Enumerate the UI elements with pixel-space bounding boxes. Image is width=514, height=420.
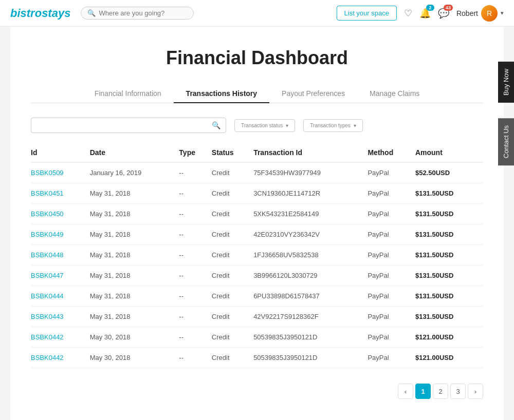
pagination-page-1[interactable]: 1 (415, 384, 431, 399)
row-type: -- (179, 224, 211, 245)
row-date: May 30, 2018 (90, 327, 179, 348)
row-method: PayPal (368, 265, 415, 286)
types-filter-dropdown[interactable]: Transaction types ▾ (303, 119, 363, 132)
row-amount: $121.00USD (415, 327, 483, 348)
table-row: BSBK0443 May 31, 2018 -- Credit 42V92217… (31, 307, 483, 327)
pagination-page-3[interactable]: 3 (450, 384, 466, 399)
row-date: May 31, 2018 (90, 265, 179, 286)
row-transaction-id: 42V92217S9128362F (253, 307, 368, 327)
messages-button[interactable]: 💬 43 (438, 8, 449, 19)
col-header-date: Date (90, 143, 179, 162)
row-date: May 31, 2018 (90, 204, 179, 224)
logo-text: bistrostays (10, 7, 70, 20)
transaction-id-link[interactable]: BSBK0450 (31, 210, 64, 218)
table-header-row: Id Date Type Status Transaction Id Metho… (31, 143, 483, 162)
transaction-id-link[interactable]: BSBK0509 (31, 169, 64, 177)
transaction-id-link[interactable]: BSBK0448 (31, 251, 64, 259)
col-header-amount: Amount (415, 143, 483, 162)
row-status: Credit (212, 348, 253, 368)
col-header-type: Type (179, 143, 211, 162)
row-status: Credit (212, 265, 253, 286)
transaction-id-link[interactable]: BSBK0451 (31, 189, 64, 197)
table-row: BSBK0449 May 31, 2018 -- Credit 42E02310… (31, 224, 483, 245)
buy-now-button[interactable]: Buy Now (498, 62, 514, 103)
contact-us-button[interactable]: Contact Us (498, 118, 514, 165)
row-type: -- (179, 286, 211, 307)
transaction-id-link[interactable]: BSBK0449 (31, 231, 64, 238)
row-status: Credit (212, 183, 253, 204)
search-icon: 🔍 (87, 9, 96, 17)
search-bar[interactable]: 🔍 (81, 7, 194, 20)
table-search-input[interactable] (36, 122, 212, 129)
search-box-icon: 🔍 (212, 121, 221, 129)
pagination-page-2[interactable]: 2 (433, 384, 448, 399)
row-amount: $131.50USD (415, 183, 483, 204)
row-amount: $131.50USD (415, 224, 483, 245)
row-transaction-id: 75F34539HW3977949 (253, 162, 368, 183)
row-date: May 31, 2018 (90, 245, 179, 265)
pagination-next[interactable]: › (468, 384, 483, 399)
row-date: May 31, 2018 (90, 224, 179, 245)
row-status: Credit (212, 286, 253, 307)
row-transaction-id: 50539835J3950121D (253, 327, 368, 348)
row-amount: $131.50USD (415, 286, 483, 307)
table-row: BSBK0447 May 31, 2018 -- Credit 3B996612… (31, 265, 483, 286)
row-amount: $131.50USD (415, 265, 483, 286)
filters-row: 🔍 Transaction status ▾ Transaction types… (31, 118, 483, 133)
list-space-button[interactable]: List your space (337, 6, 397, 21)
row-method: PayPal (368, 224, 415, 245)
row-method: PayPal (368, 307, 415, 327)
row-type: -- (179, 183, 211, 204)
logo[interactable]: bistrostays (10, 7, 70, 20)
row-status: Credit (212, 245, 253, 265)
chevron-down-icon: ▾ (501, 10, 504, 16)
navbar: bistrostays 🔍 List your space ♡ 🔔 2 💬 43… (0, 0, 514, 27)
transaction-id-link[interactable]: BSBK0444 (31, 292, 64, 300)
pagination: ‹ 1 2 3 › (31, 384, 483, 399)
row-status: Credit (212, 327, 253, 348)
tabs: Financial Information Transactions Histo… (31, 84, 483, 103)
user-menu[interactable]: Robert R ▾ (456, 5, 504, 22)
row-type: -- (179, 307, 211, 327)
row-method: PayPal (368, 327, 415, 348)
table-row: BSBK0451 May 31, 2018 -- Credit 3CN19360… (31, 183, 483, 204)
transaction-id-link[interactable]: BSBK0443 (31, 313, 64, 320)
favorites-button[interactable]: ♡ (404, 8, 412, 19)
notifications-button[interactable]: 🔔 2 (419, 8, 431, 19)
col-header-status: Status (212, 143, 253, 162)
row-status: Credit (212, 162, 253, 183)
row-type: -- (179, 162, 211, 183)
row-date: May 31, 2018 (90, 286, 179, 307)
row-method: PayPal (368, 245, 415, 265)
table-search-box[interactable]: 🔍 (31, 118, 226, 133)
row-date: May 31, 2018 (90, 307, 179, 327)
status-filter-dropdown[interactable]: Transaction status ▾ (234, 119, 295, 132)
row-transaction-id: 50539835J3950121D (253, 348, 368, 368)
tab-financial-info[interactable]: Financial Information (82, 84, 174, 103)
table-row: BSBK0448 May 31, 2018 -- Credit 1FJ36658… (31, 245, 483, 265)
col-header-transaction-id: Transaction Id (253, 143, 368, 162)
table-row: BSBK0444 May 31, 2018 -- Credit 6PU33898… (31, 286, 483, 307)
row-transaction-id: 3CN19360JE114712R (253, 183, 368, 204)
tab-payout[interactable]: Payout Preferences (269, 84, 357, 103)
row-transaction-id: 5XK543231E2584149 (253, 204, 368, 224)
transaction-id-link[interactable]: BSBK0447 (31, 272, 64, 279)
table-row: BSBK0442 May 30, 2018 -- Credit 50539835… (31, 327, 483, 348)
row-type: -- (179, 327, 211, 348)
tab-claims[interactable]: Manage Claims (357, 84, 432, 103)
tab-transactions[interactable]: Transactions History (174, 84, 270, 103)
transaction-id-link[interactable]: BSBK0442 (31, 354, 64, 361)
row-type: -- (179, 348, 211, 368)
search-input[interactable] (99, 9, 186, 17)
messages-badge: 43 (444, 5, 453, 11)
table-row: BSBK0450 May 31, 2018 -- Credit 5XK54323… (31, 204, 483, 224)
row-type: -- (179, 245, 211, 265)
row-transaction-id: 3B9966120L3030729 (253, 265, 368, 286)
row-transaction-id: 42E02310VY236342V (253, 224, 368, 245)
pagination-prev[interactable]: ‹ (398, 384, 413, 399)
main-content: Financial Dashboard Financial Informatio… (10, 27, 504, 420)
row-amount: $121.00USD (415, 348, 483, 368)
transaction-id-link[interactable]: BSBK0442 (31, 333, 64, 341)
row-method: PayPal (368, 286, 415, 307)
row-method: PayPal (368, 162, 415, 183)
